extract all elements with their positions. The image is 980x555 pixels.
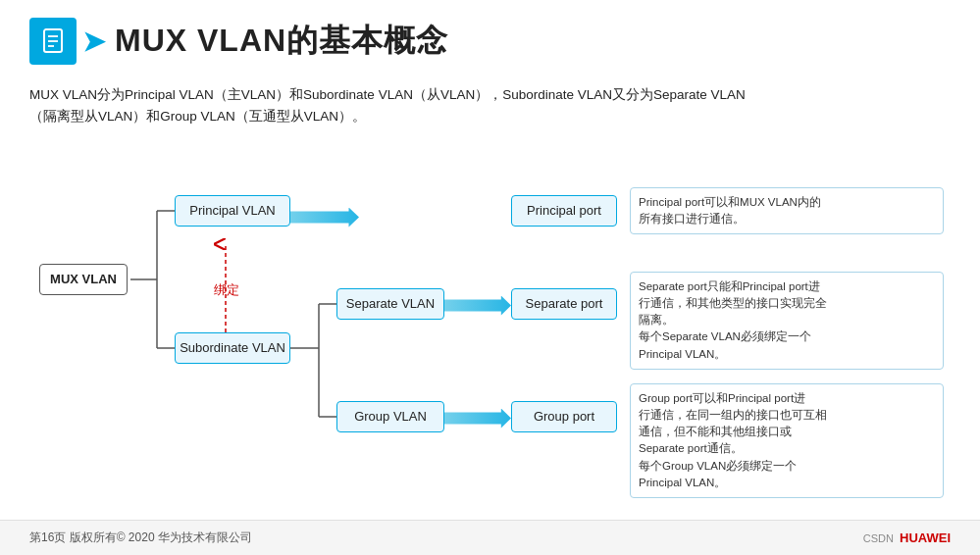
separate-vlan-arrow bbox=[444, 296, 511, 316]
intro-line2: （隔离型从VLAN）和Group VLAN（互通型从VLAN）。 bbox=[29, 109, 366, 124]
csdn-label: CSDN bbox=[863, 532, 894, 544]
group-port-desc: Group port可以和Principal port进行通信，在同一组内的接口… bbox=[630, 383, 944, 499]
separate-port-desc: Separate port只能和Principal port进行通信，和其他类型… bbox=[630, 272, 944, 370]
group-vlan-arrow bbox=[444, 409, 511, 429]
intro-line1: MUX VLAN分为Principal VLAN（主VLAN）和Subordin… bbox=[29, 87, 746, 102]
slide: ➤ MUX VLAN的基本概念 MUX VLAN分为Principal VLAN… bbox=[0, 0, 980, 555]
separate-port-box: Separate port bbox=[511, 288, 617, 320]
group-port-box: Group port bbox=[511, 401, 617, 432]
footer-logo: CSDN HUAWEI bbox=[863, 530, 951, 545]
header-arrow-icon: ➤ bbox=[82, 25, 105, 58]
principal-vlan-arrow bbox=[290, 208, 359, 227]
huawei-logo: HUAWEI bbox=[900, 530, 951, 545]
principal-port-desc: Principal port可以和MUX VLAN内的所有接口进行通信。 bbox=[630, 187, 944, 235]
header: ➤ MUX VLAN的基本概念 bbox=[0, 0, 980, 75]
intro-text: MUX VLAN分为Principal VLAN（主VLAN）和Subordin… bbox=[0, 75, 980, 136]
separate-vlan-box: Separate VLAN bbox=[336, 288, 444, 320]
header-icon-box bbox=[29, 18, 77, 65]
diagram: MUX VLAN Principal VLAN Subordinate VLAN… bbox=[29, 136, 951, 470]
page-title: MUX VLAN的基本概念 bbox=[115, 20, 448, 63]
document-icon bbox=[39, 27, 67, 55]
principal-port-box: Principal port bbox=[511, 195, 617, 227]
binding-label: 绑定 bbox=[214, 281, 239, 299]
subordinate-vlan-box: Subordinate VLAN bbox=[175, 332, 290, 364]
mux-vlan-box: MUX VLAN bbox=[39, 264, 128, 295]
footer-page-info: 第16页 版权所有© 2020 华为技术有限公司 bbox=[29, 530, 252, 546]
footer: 第16页 版权所有© 2020 华为技术有限公司 CSDN HUAWEI bbox=[0, 520, 980, 555]
group-vlan-box: Group VLAN bbox=[336, 401, 444, 432]
principal-vlan-box: Principal VLAN bbox=[175, 195, 290, 227]
